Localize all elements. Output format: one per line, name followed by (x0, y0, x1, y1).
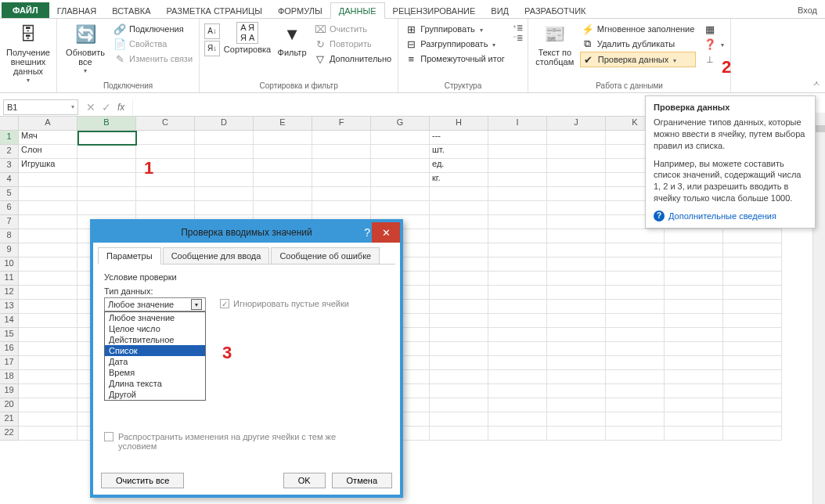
cell-A5[interactable] (19, 187, 77, 201)
cell-A10[interactable] (19, 257, 77, 272)
cell-J22[interactable] (547, 427, 606, 441)
cell-J13[interactable] (547, 300, 606, 314)
ungroup-button[interactable]: ⊟Разгруппировать (403, 37, 506, 51)
cell-L15[interactable] (665, 328, 723, 342)
cell-I7[interactable] (488, 215, 547, 229)
cell-A13[interactable] (19, 300, 77, 314)
col-header-H[interactable]: H (430, 117, 488, 131)
cell-H16[interactable] (430, 342, 488, 356)
cell-A16[interactable] (19, 342, 77, 356)
cell-I20[interactable] (488, 398, 547, 412)
cell-C3[interactable] (136, 159, 195, 173)
cell-L17[interactable] (665, 356, 723, 370)
cell-J17[interactable] (547, 356, 606, 370)
cell-B6[interactable] (77, 201, 136, 215)
cell-C4[interactable] (136, 173, 195, 187)
cell-H1[interactable]: --- (430, 131, 488, 145)
row-header-14[interactable]: 14 (0, 314, 19, 328)
cell-K9[interactable] (606, 243, 665, 257)
cell-J8[interactable] (547, 229, 606, 243)
col-header-E[interactable]: E (254, 117, 312, 131)
cell-M12[interactable] (723, 286, 782, 300)
row-header-13[interactable]: 13 (0, 300, 19, 314)
row-header-9[interactable]: 9 (0, 243, 19, 257)
cell-H15[interactable] (430, 328, 488, 342)
cell-B4[interactable] (77, 173, 136, 187)
dropdown-arrow-icon[interactable]: ▾ (191, 299, 202, 310)
cell-F1[interactable] (312, 131, 371, 145)
cell-A1[interactable]: Мяч (19, 131, 77, 145)
cell-A20[interactable] (19, 398, 77, 412)
cell-I11[interactable] (488, 272, 547, 286)
cell-K15[interactable] (606, 328, 665, 342)
refresh-all-button[interactable]: 🔄 Обновить все ▾ (62, 20, 109, 76)
collapse-ribbon-icon[interactable]: ㅅ (812, 78, 820, 89)
cell-J7[interactable] (547, 215, 606, 229)
cell-L22[interactable] (665, 427, 723, 441)
col-header-D[interactable]: D (195, 117, 254, 131)
cell-I2[interactable] (488, 145, 547, 159)
reapply-button[interactable]: ↻Повторить (312, 37, 393, 51)
cell-J19[interactable] (547, 384, 606, 398)
cell-L11[interactable] (665, 272, 723, 286)
cell-I5[interactable] (488, 187, 547, 201)
cell-J1[interactable] (547, 131, 606, 145)
cell-I21[interactable] (488, 412, 547, 427)
dlg-tab-settings[interactable]: Параметры (98, 247, 161, 265)
cell-H10[interactable] (430, 257, 488, 272)
sign-in-link[interactable]: Вход (790, 2, 825, 18)
cell-C5[interactable] (136, 187, 195, 201)
cell-H14[interactable] (430, 314, 488, 328)
row-header-10[interactable]: 10 (0, 257, 19, 272)
row-header-19[interactable]: 19 (0, 384, 19, 398)
cell-L20[interactable] (665, 398, 723, 412)
cell-L13[interactable] (665, 300, 723, 314)
row-header-8[interactable]: 8 (0, 229, 19, 243)
cell-L9[interactable] (665, 243, 723, 257)
cell-G4[interactable] (371, 173, 430, 187)
cell-J3[interactable] (547, 159, 606, 173)
col-header-A[interactable]: A (19, 117, 77, 131)
cell-H8[interactable] (430, 229, 488, 243)
text-to-columns-button[interactable]: 📰 Текст по столбцам (533, 20, 577, 68)
cell-M11[interactable] (723, 272, 782, 286)
cell-C2[interactable] (136, 145, 195, 159)
cell-M16[interactable] (723, 342, 782, 356)
cell-F2[interactable] (312, 145, 371, 159)
enter-formula-icon[interactable]: ✓ (102, 101, 111, 113)
cell-A7[interactable] (19, 215, 77, 229)
cell-J11[interactable] (547, 272, 606, 286)
cell-I19[interactable] (488, 384, 547, 398)
cell-G3[interactable] (371, 159, 430, 173)
tab-review[interactable]: РЕЦЕНЗИРОВАНИЕ (385, 3, 484, 18)
get-external-data-button[interactable]: 🗄 Получение внешних данных ▾ (5, 20, 52, 85)
cell-H7[interactable] (430, 215, 488, 229)
cell-B3[interactable] (77, 159, 136, 173)
cell-M21[interactable] (723, 412, 782, 427)
cell-A12[interactable] (19, 286, 77, 300)
data-validation-button[interactable]: ✔Проверка данных (580, 52, 697, 67)
cell-H4[interactable]: кг. (430, 173, 488, 187)
cell-G2[interactable] (371, 145, 430, 159)
type-option[interactable]: Дата (105, 356, 205, 367)
cell-F3[interactable] (312, 159, 371, 173)
tab-view[interactable]: ВИД (483, 3, 517, 18)
cell-E4[interactable] (254, 173, 312, 187)
cell-A19[interactable] (19, 384, 77, 398)
tab-home[interactable]: ГЛАВНАЯ (49, 3, 104, 18)
cell-K18[interactable] (606, 370, 665, 384)
cell-B2[interactable] (77, 145, 136, 159)
col-header-B[interactable]: B (77, 117, 136, 131)
cell-I6[interactable] (488, 201, 547, 215)
cell-H9[interactable] (430, 243, 488, 257)
cell-M8[interactable] (723, 229, 782, 243)
type-option[interactable]: Любое значение (105, 312, 205, 323)
cell-F5[interactable] (312, 187, 371, 201)
dialog-help-icon[interactable]: ? (364, 226, 370, 239)
type-select[interactable]: Любое значение ▾ (104, 297, 206, 311)
cell-A18[interactable] (19, 370, 77, 384)
clear-filter-button[interactable]: ⌧Очистить (312, 22, 393, 36)
row-header-12[interactable]: 12 (0, 286, 19, 300)
row-header-3[interactable]: 3 (0, 159, 19, 173)
filter-button[interactable]: ▼ Фильтр (275, 20, 309, 59)
